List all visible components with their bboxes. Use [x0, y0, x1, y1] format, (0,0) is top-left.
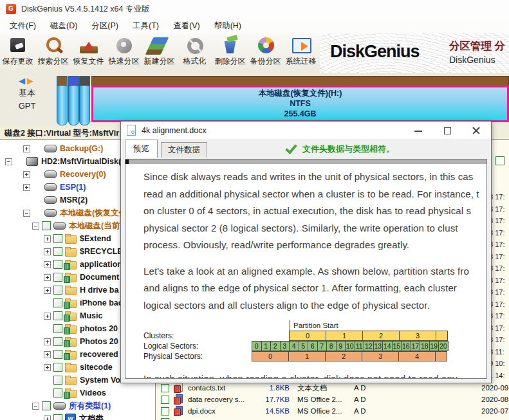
next-disk-arrow-icon[interactable]: ▶ — [27, 76, 35, 86]
tree-checkbox[interactable] — [53, 388, 62, 397]
tree-checkbox[interactable] — [53, 363, 62, 372]
tree-item[interactable]: Videos — [0, 387, 155, 399]
tree-checkbox[interactable] — [53, 414, 62, 420]
tree-expander[interactable] — [5, 158, 12, 165]
file-name[interactable]: dpi.docx — [188, 407, 252, 415]
tree-expander[interactable] — [44, 235, 51, 242]
tree-checkbox[interactable] — [53, 350, 62, 359]
tree-expander[interactable] — [44, 287, 51, 294]
tree-item-label[interactable]: Document — [80, 273, 119, 282]
tree-expander[interactable] — [23, 184, 30, 191]
tree-item[interactable]: 所有类型(1) — [0, 399, 155, 412]
close-button[interactable] — [462, 122, 491, 139]
tree-expander[interactable] — [44, 261, 51, 268]
tree-expander[interactable] — [44, 313, 51, 320]
tree-checkbox[interactable] — [42, 401, 51, 410]
tree-expander[interactable] — [32, 403, 39, 410]
tree-item-label[interactable]: H drive ba — [80, 286, 118, 295]
toolbar-button[interactable]: 新建分区 — [142, 33, 177, 73]
tree-item-label[interactable]: ESP(1) — [60, 183, 86, 192]
tree-item-label[interactable]: 文档类 — [79, 414, 104, 420]
toolbar-button[interactable]: 格式化 — [177, 33, 212, 73]
file-checkbox[interactable] — [161, 407, 169, 415]
file-checkbox[interactable] — [161, 396, 169, 404]
tree-expander[interactable] — [23, 210, 30, 217]
file-name[interactable]: contacts.txt — [188, 384, 252, 392]
tree-item-label[interactable]: application — [80, 260, 122, 269]
file-row[interactable]: contacts.txt 1.8KB 文本文档 A D 2020-09-30 1… — [156, 382, 509, 394]
tree-expander[interactable] — [23, 171, 30, 178]
toolbar-button[interactable]: 系统迁移 — [283, 33, 319, 73]
prev-disk-arrow-icon[interactable]: ◀ — [19, 76, 27, 86]
toolbar-button[interactable]: 保存更改 — [0, 33, 35, 73]
menu-item[interactable]: 工具(T) — [125, 19, 166, 33]
tree-item-label[interactable]: Recovery(0) — [60, 170, 106, 179]
tree-expander[interactable] — [23, 145, 30, 152]
tab-file-data[interactable]: 文件数据 — [161, 142, 207, 158]
selected-partition-bar[interactable]: 本地磁盘(恢复文件)(H:) NTFS 255.4GB — [91, 76, 509, 122]
tree-item-label[interactable]: MSR(2) — [60, 196, 88, 205]
tree-expander[interactable] — [44, 415, 51, 420]
file-date-partial: 8 17: — [489, 322, 509, 334]
disk-cap-strip — [91, 76, 509, 86]
tree-checkbox[interactable] — [53, 298, 62, 307]
menu-item[interactable]: 查看(V) — [166, 19, 207, 33]
tree-expander[interactable] — [44, 364, 51, 371]
tree-checkbox[interactable] — [53, 324, 62, 333]
tree-expander[interactable] — [32, 223, 39, 230]
tree-item-label[interactable]: $Extend — [80, 234, 111, 243]
menu-item[interactable]: 磁盘(D) — [43, 19, 84, 33]
tree-checkbox[interactable] — [53, 260, 62, 269]
menu-item[interactable]: 文件(F) — [3, 19, 43, 33]
tree-item-label[interactable]: sitecode — [80, 363, 113, 372]
tree-checkbox[interactable] — [53, 247, 62, 256]
tree-item-label[interactable]: photos 20 — [80, 324, 118, 333]
file-checkbox[interactable] — [161, 384, 169, 392]
small-partition-bar-3[interactable] — [79, 76, 90, 125]
tree-checkbox[interactable] — [53, 286, 62, 295]
toolbar-button[interactable]: 备份分区 — [248, 33, 283, 73]
maximize-button[interactable] — [433, 122, 462, 139]
minimize-button[interactable] — [404, 122, 433, 139]
tree-item-label[interactable]: Backup(G:) — [60, 144, 103, 153]
tree-checkbox[interactable] — [53, 376, 62, 385]
tree-item[interactable]: W 文档类 — [0, 412, 155, 420]
tree-expander[interactable] — [44, 351, 51, 358]
tree-item-label[interactable]: Photos 20 — [80, 337, 118, 346]
small-partition-bar-1[interactable] — [57, 76, 68, 125]
menu-item[interactable]: 帮助(H) — [207, 19, 248, 33]
toolbar-button[interactable]: 搜索分区 — [35, 33, 71, 73]
tree-item-label[interactable]: 本地磁盘(当前 — [69, 221, 120, 232]
partition-info[interactable]: 本地磁盘(恢复文件)(H:) NTFS 255.4GB — [91, 86, 509, 122]
file-checkbox[interactable] — [495, 156, 504, 165]
tree-item-label[interactable]: System Vo — [80, 376, 120, 385]
tree-item-label[interactable]: $RECYCLE. — [80, 247, 125, 256]
toolbar-button[interactable]: 删除分区 — [212, 33, 248, 73]
tree-checkbox[interactable] — [53, 311, 62, 320]
file-name[interactable]: data recovery s... — [188, 396, 252, 403]
tree-item-label[interactable]: Videos — [80, 388, 106, 397]
file-row[interactable]: dpi.docx 14.5KB MS Office 2... A D 2020-… — [156, 405, 509, 417]
small-partition-bar-2[interactable] — [68, 76, 79, 125]
tree-item-label[interactable]: 所有类型(1) — [69, 401, 111, 412]
menu-item[interactable]: 分区(P) — [84, 19, 125, 33]
file-date-partial: 8 17: — [489, 310, 509, 322]
tree-expander[interactable] — [44, 248, 51, 255]
tree-expander[interactable] — [44, 338, 51, 345]
tab-preview[interactable]: 预览 — [125, 140, 158, 158]
tree-checkbox[interactable] — [53, 273, 62, 282]
tree-checkbox[interactable] — [42, 221, 51, 230]
dialog-title-bar[interactable]: 4k alignment.docx — [121, 122, 491, 139]
tree-item-label[interactable]: iPhone bac — [80, 298, 123, 307]
tree-checkbox[interactable] — [53, 337, 62, 346]
toolbar-button[interactable]: 恢复文件 — [71, 33, 106, 73]
disk-nav-arrows[interactable]: ◀▶ — [0, 76, 54, 86]
file-date-partial: 8 17: — [489, 298, 509, 311]
toolbar-button[interactable]: 快速分区 — [106, 33, 142, 73]
file-row[interactable]: data recovery s... 17.7KB MS Office 2...… — [156, 394, 509, 405]
tree-item-label[interactable]: HD2:MsftVirtualDisk( — [41, 157, 121, 166]
tree-item-label[interactable]: recovered — [80, 350, 118, 359]
tree-expander[interactable] — [44, 274, 51, 281]
tree-checkbox[interactable] — [53, 234, 62, 243]
tree-item-label[interactable]: Music — [80, 311, 102, 320]
